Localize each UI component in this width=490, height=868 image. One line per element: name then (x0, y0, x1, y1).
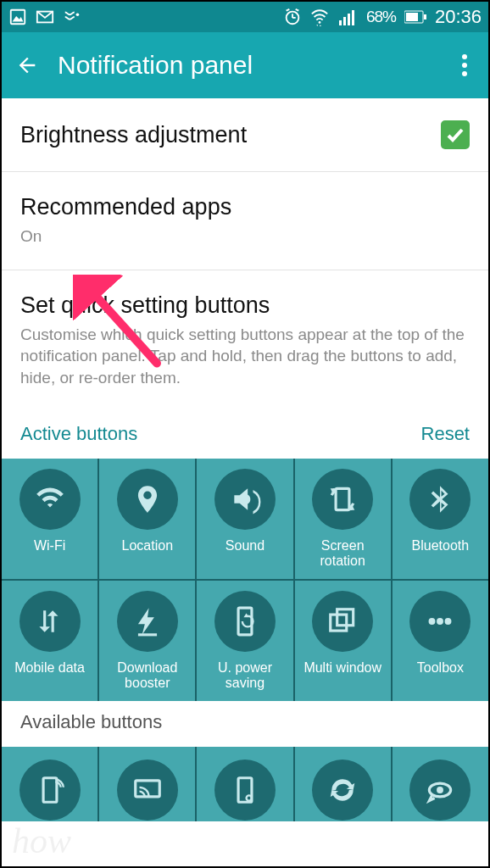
svg-rect-15 (352, 10, 354, 25)
signal-icon (337, 7, 358, 27)
qs-tile-bluetooth[interactable]: Bluetooth (393, 459, 488, 579)
toolbox-icon (409, 591, 471, 652)
item-title: Recommended apps (20, 194, 470, 220)
available-buttons-header: Available buttons (2, 701, 488, 747)
active-buttons-header: Active buttons Reset (2, 411, 488, 459)
qs-tile-upsaving[interactable]: U. power saving (197, 581, 292, 701)
qs-tile-sync[interactable] (295, 747, 391, 821)
hotspot-icon (19, 760, 81, 821)
set-quick-settings-item[interactable]: Set quick setting buttons Customise whic… (2, 270, 488, 411)
qs-tile-mirror[interactable] (99, 747, 195, 821)
reset-button[interactable]: Reset (421, 423, 470, 445)
clock: 20:36 (435, 6, 482, 28)
brightness-adjustment-item[interactable]: Brightness adjustment (2, 98, 488, 172)
qs-tile-wifi[interactable]: Wi-Fi (2, 459, 97, 579)
item-title: Brightness adjustment (20, 122, 247, 148)
bluetooth-icon (409, 469, 471, 530)
svg-rect-18 (424, 14, 426, 19)
svg-rect-17 (406, 13, 418, 21)
qs-label: Download booster (99, 660, 195, 692)
mail-icon (36, 8, 54, 26)
qs-tile-sound[interactable]: Sound (197, 459, 292, 579)
image-icon (8, 8, 27, 26)
svg-point-19 (462, 54, 467, 59)
overflow-menu-button[interactable] (454, 47, 475, 84)
page-title: Notification panel (58, 51, 253, 80)
multiwin-icon (312, 591, 373, 652)
svg-point-3 (76, 13, 80, 16)
svg-point-21 (462, 71, 467, 76)
brightness-checkbox[interactable] (441, 120, 470, 149)
swipe-icon (63, 8, 81, 26)
qs-tile-rotation[interactable]: Screen rotation (295, 459, 391, 579)
qs-label: Location (119, 538, 177, 554)
smart-icon (409, 760, 471, 821)
qs-label: Multi window (300, 660, 385, 676)
qs-label: Sound (222, 538, 268, 554)
location-icon (117, 469, 178, 530)
dlboost-icon (117, 591, 178, 652)
rotation-icon (312, 469, 373, 530)
back-button[interactable] (15, 53, 39, 77)
sound-icon (214, 469, 276, 530)
svg-rect-12 (339, 20, 342, 25)
wifi-status-icon (310, 8, 329, 26)
svg-point-9 (319, 21, 321, 24)
item-title: Set quick setting buttons (20, 292, 470, 319)
active-buttons-grid: Wi-FiLocationSoundScreen rotationBluetoo… (2, 459, 488, 701)
battery-icon (404, 10, 426, 24)
alarm-icon (283, 8, 302, 26)
qs-tile-mdata[interactable]: Mobile data (2, 581, 97, 701)
qs-tile-hotspot[interactable] (2, 747, 97, 821)
watermark: how (12, 821, 71, 861)
svg-rect-14 (348, 14, 350, 25)
qs-tile-dlboost[interactable]: Download booster (99, 581, 195, 701)
upsaving-icon (214, 591, 276, 652)
status-bar: 68% 20:36 (2, 2, 488, 32)
svg-marker-10 (316, 25, 318, 26)
mirror-icon (117, 760, 178, 821)
svg-point-20 (462, 63, 467, 68)
qs-tile-smart[interactable] (393, 747, 488, 821)
qs-label: Bluetooth (409, 538, 473, 554)
sync-icon (312, 760, 373, 821)
svg-line-8 (296, 9, 299, 11)
battery-percent: 68% (366, 8, 396, 26)
qs-label: Toolbox (414, 660, 467, 676)
svg-marker-11 (320, 25, 321, 26)
item-subtitle: Customise which quick setting buttons ap… (20, 324, 470, 389)
section-title: Active buttons (20, 423, 137, 445)
qs-tile-multiwin[interactable]: Multi window (295, 581, 391, 701)
qs-label: Wi-Fi (31, 538, 69, 554)
wifi-icon (19, 469, 81, 530)
qs-tile-location[interactable]: Location (99, 459, 195, 579)
app-bar: Notification panel (2, 32, 488, 98)
qs-tile-nfc[interactable] (197, 747, 292, 821)
svg-marker-1 (13, 16, 24, 21)
mdata-icon (19, 591, 81, 652)
svg-line-7 (287, 9, 290, 11)
svg-rect-0 (11, 10, 25, 25)
qs-tile-toolbox[interactable]: Toolbox (393, 581, 488, 701)
qs-label: U. power saving (197, 660, 292, 692)
qs-label: Mobile data (11, 660, 88, 676)
qs-label: Screen rotation (295, 538, 391, 570)
available-buttons-grid (2, 747, 488, 821)
item-subtitle: On (20, 225, 470, 248)
svg-rect-13 (343, 17, 346, 25)
nfc-icon (214, 760, 276, 821)
recommended-apps-item[interactable]: Recommended apps On (2, 172, 488, 270)
